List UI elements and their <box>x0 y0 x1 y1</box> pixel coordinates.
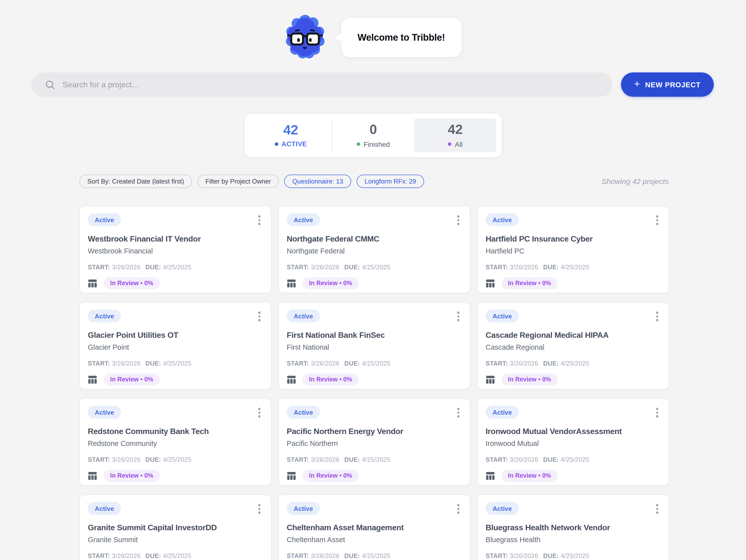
search-input[interactable] <box>62 80 608 89</box>
project-card[interactable]: Active Pacific Northern Energy Vendor Pa… <box>278 398 470 485</box>
active-dot-icon <box>275 143 278 146</box>
project-company: Cheltenham Asset <box>287 535 462 544</box>
project-dates: START:3/26/2026 DUE:4/25/2025 <box>287 553 462 560</box>
progress-status-badge: In Review • 0% <box>501 470 557 482</box>
progress-status-badge: In Review • 0% <box>104 277 160 289</box>
filter-owner-button[interactable]: Filter by Project Owner <box>197 175 279 188</box>
project-company: Pacific Northern <box>287 439 462 448</box>
project-dates: START:3/26/2026 DUE:4/25/2025 <box>88 553 263 560</box>
progress-status-badge: In Review • 0% <box>104 470 160 482</box>
status-badge: Active <box>287 309 320 323</box>
start-date: START:3/26/2026 <box>287 360 339 367</box>
project-card[interactable]: Active Granite Summit Capital InvestorDD… <box>79 495 271 560</box>
project-company: Ironwood Mutual <box>486 439 661 448</box>
card-footer: In Review • 0% <box>88 470 263 482</box>
project-card[interactable]: Active Hartfield PC Insurance Cyber Hart… <box>477 206 669 293</box>
due-date: DUE:4/25/2025 <box>145 360 192 367</box>
card-menu-button[interactable] <box>652 406 663 420</box>
project-title: Cheltenham Asset Management <box>287 523 462 533</box>
project-card[interactable]: Active Cheltenham Asset Management Chelt… <box>278 495 470 560</box>
status-badge: Active <box>287 502 320 515</box>
start-date: START:3/26/2026 <box>88 553 140 560</box>
project-dates: START:3/26/2026 DUE:4/25/2025 <box>88 360 263 367</box>
project-card[interactable]: Active Redstone Community Bank Tech Reds… <box>79 398 271 485</box>
stat-all[interactable]: 42 All <box>414 118 496 152</box>
start-date: START:3/26/2026 <box>88 360 140 367</box>
project-company: Westbrook Financial <box>88 247 263 255</box>
card-menu-button[interactable] <box>652 213 663 227</box>
finished-dot-icon <box>356 143 360 146</box>
progress-status-badge: In Review • 0% <box>501 277 557 289</box>
start-date: START:3/26/2026 <box>287 553 339 560</box>
card-menu-button[interactable] <box>254 502 265 516</box>
card-menu-button[interactable] <box>652 502 663 516</box>
card-footer: In Review • 0% <box>88 373 263 385</box>
status-badge: Active <box>287 213 320 226</box>
due-date: DUE:4/25/2025 <box>145 553 192 560</box>
status-badge: Active <box>486 406 519 419</box>
project-card[interactable]: Active First National Bank FinSec First … <box>278 302 470 389</box>
project-company: First National <box>287 343 462 352</box>
filter-questionnaire-button[interactable]: Questionnaire: 13 <box>284 175 351 188</box>
filter-longform-button[interactable]: Longform RFx: 29 <box>356 175 424 188</box>
table-icon <box>88 375 97 384</box>
card-menu-button[interactable] <box>254 309 265 324</box>
table-icon <box>486 375 495 384</box>
stat-finished[interactable]: 0 Finished <box>332 118 414 152</box>
project-title: Granite Summit Capital InvestorDD <box>88 523 263 533</box>
due-date: DUE:4/25/2025 <box>543 264 589 271</box>
card-menu-button[interactable] <box>453 213 464 227</box>
status-badge: Active <box>88 502 121 515</box>
project-dates: START:3/26/2026 DUE:4/25/2025 <box>486 456 661 463</box>
project-card[interactable]: Active Northgate Federal CMMC Northgate … <box>278 206 470 293</box>
project-company: Bluegrass Health <box>486 535 661 544</box>
project-card[interactable]: Active Ironwood Mutual VendorAssessment … <box>477 398 669 485</box>
project-company: Granite Summit <box>88 535 263 544</box>
start-date: START:3/26/2026 <box>486 553 538 560</box>
table-icon <box>88 279 97 288</box>
project-card[interactable]: Active Westbrook Financial IT Vendor Wes… <box>79 206 271 293</box>
card-menu-button[interactable] <box>254 406 265 420</box>
due-date: DUE:4/25/2025 <box>543 553 589 560</box>
card-footer: In Review • 0% <box>287 470 462 482</box>
card-menu-button[interactable] <box>453 502 464 516</box>
status-badge: Active <box>287 406 320 419</box>
table-icon <box>287 279 296 288</box>
start-date: START:3/26/2026 <box>88 264 140 271</box>
search-bar[interactable] <box>31 73 612 97</box>
search-row: + NEW PROJECT <box>31 73 714 97</box>
welcome-header: Welcome to Tribble! <box>0 0 746 59</box>
progress-status-badge: In Review • 0% <box>303 373 358 385</box>
due-date: DUE:4/25/2025 <box>543 360 589 367</box>
project-dates: START:3/26/2026 DUE:4/25/2025 <box>486 553 661 560</box>
sort-by-button[interactable]: Sort By: Created Date (latest first) <box>79 175 192 188</box>
card-menu-button[interactable] <box>453 406 464 420</box>
project-card[interactable]: Active Bluegrass Health Network Vendor B… <box>477 495 669 560</box>
new-project-button[interactable]: + NEW PROJECT <box>621 73 714 97</box>
stat-active[interactable]: 42 ACTIVE <box>250 118 332 152</box>
status-badge: Active <box>88 406 121 419</box>
status-badge: Active <box>486 213 519 226</box>
tribble-mascot-icon <box>284 14 325 60</box>
project-card[interactable]: Active Glacier Point Utilities OT Glacie… <box>79 302 271 389</box>
project-company: Glacier Point <box>88 343 263 352</box>
status-badge: Active <box>486 309 519 323</box>
card-menu-button[interactable] <box>652 309 663 324</box>
card-footer: In Review • 0% <box>88 277 263 289</box>
table-icon <box>88 471 97 480</box>
status-badge: Active <box>88 213 121 226</box>
welcome-text: Welcome to Tribble! <box>357 32 445 43</box>
project-grid: Active Westbrook Financial IT Vendor Wes… <box>79 206 669 560</box>
card-menu-button[interactable] <box>453 309 464 324</box>
project-dates: START:3/26/2026 DUE:4/25/2025 <box>287 456 462 463</box>
project-stats-card: 42 ACTIVE 0 Finished 42 All <box>244 113 502 158</box>
stat-all-label: All <box>455 140 462 148</box>
due-date: DUE:4/25/2025 <box>344 264 390 271</box>
project-title: Redstone Community Bank Tech <box>88 426 263 437</box>
project-title: Ironwood Mutual VendorAssessment <box>486 426 661 437</box>
project-title: Glacier Point Utilities OT <box>88 330 263 340</box>
project-title: First National Bank FinSec <box>287 330 462 340</box>
card-footer: In Review • 0% <box>486 373 661 385</box>
project-card[interactable]: Active Cascade Regional Medical HIPAA Ca… <box>477 302 669 389</box>
card-menu-button[interactable] <box>254 213 265 227</box>
